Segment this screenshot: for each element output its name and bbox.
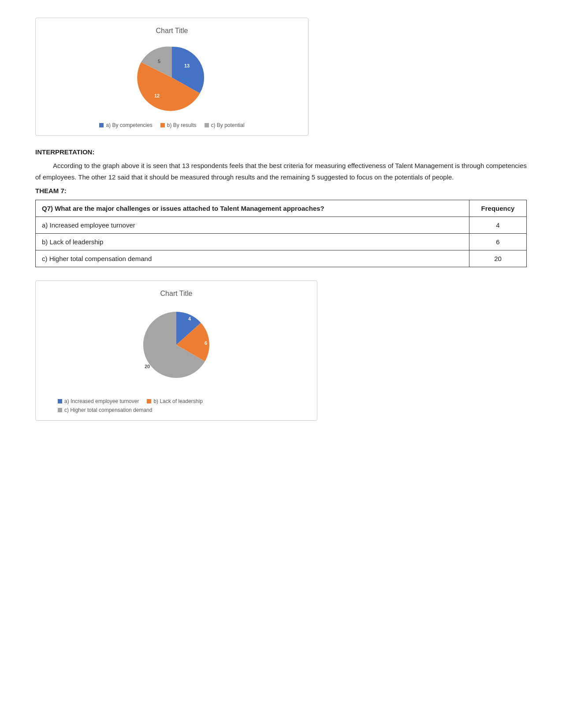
theam7-table: Q7) What are the major challenges or iss… [35, 200, 527, 267]
chart2-container: Chart Title 4 6 20 [35, 280, 317, 421]
table-freq-b: 6 [469, 234, 527, 250]
chart2-pie-area: 4 6 20 [45, 303, 308, 391]
table-freq-a: 4 [469, 217, 527, 234]
chart1-container: Chart Title 13 12 5 a) By compete [35, 18, 309, 136]
chart1-label-c: 5 [158, 59, 160, 64]
chart1-title: Chart Title [45, 27, 299, 35]
table-row: b) Lack of leadership 6 [36, 234, 527, 250]
chart2-label-a: 4 [188, 316, 191, 321]
table-header-row: Q7) What are the major challenges or iss… [36, 200, 527, 217]
chart2-legend-c-label: c) Higher total compensation demand [64, 407, 152, 413]
chart2-label-c: 20 [145, 364, 150, 369]
chart2-legend-c: c) Higher total compensation demand [58, 407, 152, 413]
chart2-label-b: 6 [205, 340, 207, 346]
chart1-legend-a-label: a) By competencies [106, 122, 152, 128]
interpretation-heading: INTERPRETATION: [35, 148, 527, 156]
chart1-pie-area: 13 12 5 [45, 40, 299, 115]
chart1-legend-b-label: b) By results [167, 122, 197, 128]
chart1-legend-a: a) By competencies [99, 122, 152, 128]
theam7-heading: THEAM 7: [35, 187, 527, 194]
chart1-legend: a) By competencies b) By results c) By p… [45, 122, 299, 128]
chart1-legend-a-box [99, 123, 104, 127]
chart1-legend-c-label: c) By potential [211, 122, 245, 128]
chart2-legend-a-box [58, 399, 62, 403]
interpretation-text: According to the graph above it is seen … [35, 160, 527, 183]
chart1-label-b: 12 [154, 93, 160, 98]
table-row: a) Increased employee turnover 4 [36, 217, 527, 234]
chart1-legend-b: b) By results [160, 122, 197, 128]
chart2-title: Chart Title [45, 290, 308, 298]
chart2-legend-a: a) Increased employee turnover [58, 398, 139, 404]
chart2-legend-b: b) Lack of leadership [147, 398, 202, 404]
table-freq-c: 20 [469, 250, 527, 267]
chart1-legend-c: c) By potential [205, 122, 245, 128]
chart1-legend-c-box [205, 123, 209, 127]
table-option-a: a) Increased employee turnover [36, 217, 469, 234]
chart1-legend-b-box [160, 123, 165, 127]
chart2-legend-c-box [58, 408, 62, 412]
table-row: c) Higher total compensation demand 20 [36, 250, 527, 267]
chart2-legend: a) Increased employee turnover b) Lack o… [45, 398, 308, 413]
chart2-legend-a-label: a) Increased employee turnover [64, 398, 139, 404]
table-option-c: c) Higher total compensation demand [36, 250, 469, 267]
table-header-frequency: Frequency [469, 200, 527, 217]
table-option-b: b) Lack of leadership [36, 234, 469, 250]
table-header-question: Q7) What are the major challenges or iss… [36, 200, 469, 217]
chart2-legend-b-label: b) Lack of leadership [153, 398, 202, 404]
chart1-label-a: 13 [184, 63, 190, 68]
chart1-svg: 13 12 5 [128, 40, 216, 115]
chart2-legend-b-box [147, 399, 151, 403]
chart2-svg: 4 6 20 [123, 303, 229, 391]
